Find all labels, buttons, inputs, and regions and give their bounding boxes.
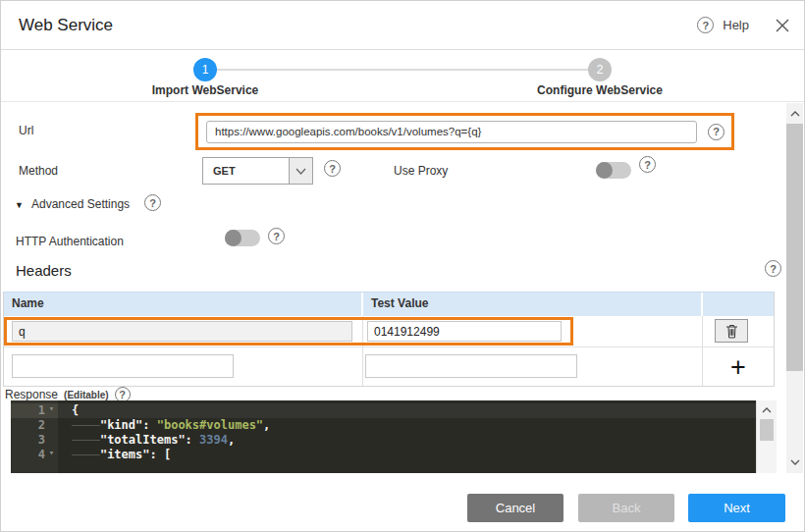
editor-code-area[interactable]: { "kind": "books#volumes", "totalItems":… xyxy=(58,400,756,473)
editor-code-line[interactable]: "items": [ xyxy=(58,448,756,462)
help-label[interactable]: Help xyxy=(723,18,749,32)
fold-spacer xyxy=(45,418,58,433)
editor-gutter: 1▾234▾ xyxy=(11,400,58,473)
editor-code-line[interactable]: { xyxy=(58,403,756,418)
editor-line-number: 4▾ xyxy=(11,448,58,462)
use-proxy-help-icon[interactable]: ? xyxy=(639,156,656,173)
use-proxy-label: Use Proxy xyxy=(394,164,448,178)
web-service-dialog: Web Service ? Help 1 2 Import WebService… xyxy=(0,0,805,532)
step-2-label: Configure WebService xyxy=(492,83,708,97)
editor-scroll-up-icon[interactable] xyxy=(757,404,777,416)
trash-icon xyxy=(725,324,738,339)
method-label: Method xyxy=(19,164,58,178)
cancel-button[interactable]: Cancel xyxy=(467,494,564,522)
editor-line-number: 1▾ xyxy=(11,403,58,418)
header-name-input[interactable] xyxy=(12,354,234,378)
chevron-down-icon xyxy=(289,158,312,184)
fold-icon[interactable]: ▾ xyxy=(45,448,58,462)
response-editable-label: (Editable) xyxy=(64,390,109,400)
table-row: + xyxy=(4,347,774,386)
editor-code-line[interactable]: "totalItems": 3394, xyxy=(58,433,756,448)
collapse-caret-icon[interactable]: ▼ xyxy=(15,200,24,210)
page-scrollbar[interactable] xyxy=(786,103,803,473)
method-select-value: GET xyxy=(203,158,289,184)
scroll-down-icon[interactable] xyxy=(786,454,803,470)
wizard-stepper: 1 2 Import WebService Configure WebServi… xyxy=(1,51,804,102)
line-number: 3 xyxy=(11,433,45,448)
http-auth-toggle[interactable] xyxy=(225,230,260,246)
line-number: 4 xyxy=(11,448,45,462)
fold-icon[interactable]: ▾ xyxy=(45,403,58,418)
header-test-value-input[interactable] xyxy=(365,354,577,378)
step-2-circle: 2 xyxy=(588,58,612,81)
url-help-icon[interactable]: ? xyxy=(708,124,724,140)
close-icon[interactable] xyxy=(776,19,789,32)
url-highlight-box: ? xyxy=(195,113,734,150)
column-header-name: Name xyxy=(4,293,363,316)
fold-spacer xyxy=(45,433,58,448)
add-row-button[interactable]: + xyxy=(703,347,774,386)
step-1-label: Import WebService xyxy=(97,83,313,97)
headers-help-icon[interactable]: ? xyxy=(765,260,781,277)
url-label: Url xyxy=(19,124,33,137)
stepper-connector xyxy=(207,69,598,71)
table-row xyxy=(4,316,774,347)
back-button[interactable]: Back xyxy=(578,494,674,522)
response-code-editor[interactable]: 1▾234▾ { "kind": "books#volumes", "total… xyxy=(11,400,777,473)
line-number: 2 xyxy=(11,418,45,433)
method-select[interactable]: GET xyxy=(202,157,313,185)
editor-scrollbar-thumb[interactable] xyxy=(760,419,774,441)
dialog-header: Web Service ? Help xyxy=(1,1,804,50)
step-1-circle: 1 xyxy=(193,58,217,81)
editor-line-number: 3 xyxy=(11,433,58,448)
header-test-value-input[interactable] xyxy=(367,321,562,342)
scroll-up-icon[interactable] xyxy=(786,106,803,122)
editor-code-line[interactable]: "kind": "books#volumes", xyxy=(58,418,756,433)
response-label: Response xyxy=(5,388,58,401)
editor-line-number: 2 xyxy=(11,418,58,433)
dialog-title: Web Service xyxy=(19,16,113,35)
url-input[interactable] xyxy=(206,121,697,143)
line-number: 1 xyxy=(11,403,45,418)
delete-row-button[interactable] xyxy=(715,319,748,343)
use-proxy-toggle[interactable] xyxy=(596,162,631,179)
advanced-settings-help-icon[interactable]: ? xyxy=(144,194,161,211)
advanced-settings-label[interactable]: Advanced Settings xyxy=(31,197,130,211)
http-auth-help-icon[interactable]: ? xyxy=(268,228,285,244)
toggle-knob xyxy=(225,230,242,246)
headers-table: Name Test Value xyxy=(3,292,775,387)
column-header-test-value: Test Value xyxy=(363,293,703,316)
method-help-icon[interactable]: ? xyxy=(324,160,341,177)
headers-section-title: Headers xyxy=(16,262,72,279)
table-header-row: Name Test Value xyxy=(4,293,774,316)
next-button[interactable]: Next xyxy=(688,494,785,522)
form-content: Url ? Method GET ? Use Proxy ? ▼ Advance… xyxy=(1,103,786,473)
header-name-input[interactable] xyxy=(12,321,352,342)
column-header-actions xyxy=(703,293,774,316)
http-auth-label: HTTP Authentication xyxy=(16,235,124,248)
dialog-footer: Cancel Back Next xyxy=(1,473,804,532)
toggle-knob xyxy=(596,162,613,179)
editor-scrollbar[interactable] xyxy=(756,400,777,473)
help-icon[interactable]: ? xyxy=(697,17,714,33)
page-scrollbar-thumb[interactable] xyxy=(786,124,803,371)
